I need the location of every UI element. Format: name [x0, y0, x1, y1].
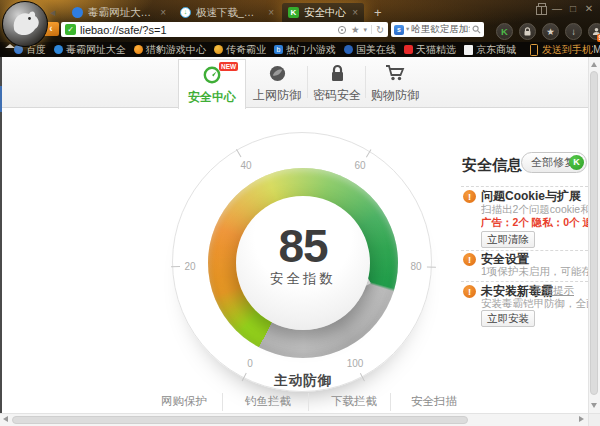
security-score-caption: 安全指数	[236, 270, 370, 288]
footer-divider	[222, 393, 223, 411]
alert-icon: !	[463, 285, 476, 298]
divider	[371, 25, 372, 34]
bookmark-jd[interactable]: 京东商城	[464, 43, 516, 57]
engine-caret-icon[interactable]: ▾	[406, 26, 409, 33]
security-score: 85	[236, 222, 370, 270]
tab-title: 极速下载_免费软件...	[196, 6, 263, 20]
alert-icon: !	[463, 190, 476, 203]
bookmark-label: 天猫精选	[416, 43, 456, 57]
tab-divider	[365, 66, 366, 98]
browser-tab-1[interactable]: 毒霸网址大全 - 安全... ×	[66, 3, 172, 22]
tab-title: 毒霸网址大全 - 安全...	[88, 6, 155, 20]
vertical-scrollbar-thumb[interactable]	[590, 71, 598, 395]
lock-button[interactable]	[519, 23, 536, 40]
duba-k-favicon: K	[288, 7, 299, 18]
cheetah-icon	[3, 2, 47, 46]
close-button[interactable]: ✕	[582, 3, 596, 14]
tmall-icon	[404, 45, 413, 54]
bookmarks-bar: 百度 毒霸网址大全 猎豹游戏中心 传奇霸业 b 热门小游戏 国美在线 天猫精选	[0, 42, 600, 57]
footer-tab-phishing-block[interactable]: 钓鱼拦截	[233, 394, 303, 409]
footer-tab-security-scan[interactable]: 安全扫描	[399, 394, 469, 409]
send-to-phone-button[interactable]: 发送到手机	[524, 42, 592, 57]
scroll-left-arrow[interactable]	[3, 416, 8, 422]
tab-web-defense[interactable]: 上网防御	[248, 64, 306, 104]
gift-icon[interactable]	[536, 6, 547, 15]
tab-divider	[307, 66, 308, 98]
jd-icon	[464, 45, 473, 55]
profile-button[interactable]: 9+	[588, 23, 600, 40]
bookmark-star-icon[interactable]: ★	[351, 25, 360, 35]
search-icon[interactable]	[472, 25, 481, 34]
back-ghost-icon: ◂	[50, 6, 56, 19]
bookmark-gome[interactable]: 国美在线	[344, 43, 396, 57]
scroll-down-arrow[interactable]	[591, 403, 597, 408]
tab-label: 安全中心	[179, 89, 245, 106]
search-suggestion-text[interactable]: 哈里欲定居加拿大	[411, 23, 470, 36]
search-box[interactable]: s ▾ 哈里欲定居加拿大	[391, 22, 484, 37]
reader-mode-icon[interactable]	[337, 25, 347, 35]
bookmark-label: 毒霸网址大全	[66, 43, 126, 57]
tab-label: 密码安全	[308, 87, 366, 104]
lock-icon	[523, 27, 532, 37]
bookmark-label: 京东商城	[476, 43, 516, 57]
browser-window: ◂ 毒霸网址大全 - 安全... × ↓ 极速下载_免费软件... × K 安全…	[0, 0, 600, 426]
tab-password-safety[interactable]: 密码安全	[308, 64, 366, 104]
bookmark-minigames[interactable]: b 热门小游戏	[274, 43, 336, 57]
tab-close-icon[interactable]: ×	[268, 7, 274, 18]
issue-cookie-desc: 扫描出2个问题cookie和0个问题扩展	[481, 203, 588, 217]
padlock-icon	[329, 64, 346, 83]
footer-tab-download-block[interactable]: 下载拦截	[319, 394, 389, 409]
duba-sites-icon	[54, 45, 63, 54]
cheetah-logo-menu-button[interactable]	[2, 1, 48, 47]
clean-now-button[interactable]: 立即清除	[481, 231, 535, 248]
panel-divider	[461, 186, 588, 187]
issue-cookie-stats: 广告：2个 隐私：0个 追踪：0个	[481, 216, 588, 230]
duba-k-button[interactable]: K	[496, 23, 513, 40]
gauge-tick-label: 60	[354, 160, 365, 171]
horizontal-scrollbar-thumb[interactable]	[12, 416, 468, 424]
k-logo-icon: K	[569, 155, 584, 170]
favorites-button[interactable]: ★	[542, 23, 559, 40]
download-site-favicon: ↓	[180, 7, 191, 18]
bookmark-label: 猎豹游戏中心	[146, 43, 206, 57]
refresh-icon[interactable]: ↻	[376, 25, 384, 35]
scroll-right-arrow[interactable]	[579, 416, 584, 422]
new-badge: NEW	[219, 62, 238, 71]
tab-security-center[interactable]: NEW 安全中心	[178, 59, 246, 109]
star-caret-icon[interactable]: ▾	[364, 26, 368, 33]
address-bar[interactable]: ✓ liebao://safe/?s=1 ★ ▾ ↻	[61, 22, 388, 37]
tab-close-icon[interactable]: ×	[160, 7, 166, 18]
browser-tab-3-active[interactable]: K 安全中心 ×	[282, 3, 364, 22]
gauge-tick-label: 0	[247, 358, 253, 369]
search-engine-icon[interactable]: s	[394, 25, 404, 35]
bookmark-label: 国美在线	[356, 43, 396, 57]
game-center-icon	[134, 45, 143, 54]
maximize-button[interactable]: □	[566, 3, 580, 14]
bookmark-label: 传奇霸业	[226, 43, 266, 57]
footer-tab-shopping-protection[interactable]: 网购保护	[149, 394, 219, 409]
tab-shopping-defense[interactable]: 购物防御	[366, 64, 424, 104]
new-tab-button[interactable]: +	[374, 5, 382, 20]
footer-divider	[308, 393, 309, 411]
address-url[interactable]: liebao://safe/?s=1	[80, 24, 333, 36]
notification-badge: 9+	[597, 34, 600, 42]
duba-not-installed-desc: 安装毒霸铠甲防御，全面保护系统安全	[481, 297, 588, 311]
download-button[interactable]: ↓	[565, 23, 582, 40]
tab-label: 上网防御	[248, 87, 306, 104]
dismiss-link[interactable]: 不再提示	[532, 284, 574, 298]
cart-icon	[385, 64, 405, 83]
bookmark-tmall[interactable]: 天猫精选	[404, 43, 456, 57]
scroll-up-arrow[interactable]	[591, 62, 597, 67]
install-now-button[interactable]: 立即安装	[481, 310, 535, 327]
bookmark-game-center[interactable]: 猎豹游戏中心	[134, 43, 206, 57]
bookmark-duba-sites[interactable]: 毒霸网址大全	[54, 43, 126, 57]
gauge-tick-label: 80	[410, 261, 421, 272]
minimize-button[interactable]: —	[550, 3, 564, 14]
phone-icon	[530, 44, 538, 56]
bookmark-label: 热门小游戏	[286, 43, 336, 57]
fix-all-button[interactable]: 全部修复 K	[521, 152, 587, 173]
bookmark-chuanqi[interactable]: 传奇霸业	[214, 43, 266, 57]
gauge-center: 85 安全指数	[236, 196, 370, 330]
tab-close-icon[interactable]: ×	[352, 7, 358, 18]
browser-tab-2[interactable]: ↓ 极速下载_免费软件... ×	[174, 3, 280, 22]
